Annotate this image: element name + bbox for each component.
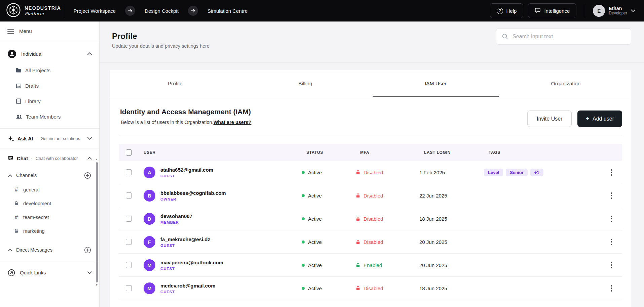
tags-cell: LevelSenior+1 xyxy=(484,169,585,176)
kebab-menu[interactable] xyxy=(609,190,614,201)
invite-user-button[interactable]: Invite User xyxy=(527,111,572,127)
sidebar-item[interactable]: All Projects xyxy=(0,62,99,78)
ask-ai-subtitle: Get instant solutions xyxy=(40,136,80,141)
help-button[interactable]: ? Help xyxy=(490,3,524,18)
sidebar-item[interactable]: Team Members xyxy=(0,109,99,124)
tag-pill: Senior xyxy=(506,169,527,176)
status-dot xyxy=(302,264,305,267)
chat-icon xyxy=(7,155,14,162)
what-are-users-link[interactable]: What are users? xyxy=(214,120,252,125)
status-dot xyxy=(302,171,305,174)
tab[interactable]: Organization xyxy=(501,70,631,97)
column-header-status: STATUS xyxy=(302,150,355,155)
user-role-badge: OWNER xyxy=(160,197,226,201)
kebab-menu[interactable] xyxy=(609,283,614,294)
row-checkbox[interactable] xyxy=(126,169,132,175)
chevron-down-icon xyxy=(87,137,92,140)
intelligence-button[interactable]: Intelligence xyxy=(528,3,576,18)
add-dm-icon[interactable] xyxy=(84,247,91,254)
mfa-text: Disabled xyxy=(364,193,383,199)
sidebar-chat[interactable]: Chat - Chat with collaborator xyxy=(0,148,99,168)
user-cell: A atalha652@gmail.com GUEST xyxy=(139,167,302,178)
table-row: D devsohan007 MEMBER Active xyxy=(119,207,622,230)
select-all-checkbox[interactable] xyxy=(126,149,132,156)
hash-icon: # xyxy=(13,187,19,193)
kebab-menu[interactable] xyxy=(609,214,614,224)
arrow-right-icon xyxy=(128,9,132,13)
user-email: devsohan007 xyxy=(160,213,192,219)
status-cell: Active xyxy=(302,239,355,245)
tab[interactable]: Billing xyxy=(240,70,370,97)
top-nav-label[interactable]: Project Workspace xyxy=(72,8,118,14)
direct-messages-header[interactable]: Direct Messages xyxy=(0,243,99,257)
channels-header[interactable]: Channels xyxy=(0,168,99,183)
top-nav-label[interactable]: Design Cockpit xyxy=(143,8,181,14)
tag-pill: Level xyxy=(484,169,503,176)
channel-item[interactable]: # marketing xyxy=(0,224,99,238)
table-header-row: USER STATUS MFA LAST LOGIN TAGS xyxy=(119,144,622,161)
scroll-up-arrow[interactable]: ▲ xyxy=(96,158,98,161)
scrollbar-thumb[interactable] xyxy=(96,162,98,282)
tab[interactable]: Profile xyxy=(110,70,240,97)
brand[interactable]: NEODUSTRIA Platform xyxy=(6,3,61,19)
status-text: Active xyxy=(308,286,322,291)
row-checkbox[interactable] xyxy=(126,262,132,268)
row-checkbox[interactable] xyxy=(126,216,132,222)
sidebar-scrollbar[interactable]: ▲ ▼ xyxy=(95,158,99,287)
sidebar-item-label: Drafts xyxy=(25,83,39,89)
table-row: F fa_mekrache@esi.dz GUEST Active xyxy=(119,230,622,254)
status-cell: Active xyxy=(302,193,355,199)
last-login-cell: 20 Jun 2025 xyxy=(419,239,484,245)
menu-toggle[interactable]: Menu xyxy=(0,21,99,41)
row-checkbox[interactable] xyxy=(126,192,132,199)
sidebar-item[interactable]: Drafts xyxy=(0,78,99,93)
sidebar-item[interactable]: Library xyxy=(0,93,99,109)
lock-open-icon xyxy=(355,263,361,268)
tag-pill: +1 xyxy=(530,169,543,176)
team-members-icon xyxy=(15,114,23,120)
add-channel-icon[interactable] xyxy=(84,172,91,179)
lock-icon xyxy=(13,228,19,233)
folder-icon xyxy=(15,67,22,74)
chat-label: Chat xyxy=(17,156,28,161)
status-text: Active xyxy=(308,216,322,222)
sidebar-item-label: Library xyxy=(25,98,41,104)
individual-items: All Projects Drafts Library xyxy=(0,62,99,124)
top-nav-label[interactable]: Simulation Centre xyxy=(205,8,250,14)
user-menu[interactable]: E Ethan Developer xyxy=(592,5,635,17)
channels-label: Channels xyxy=(16,173,37,178)
profile-card: Profile Billing IAM User Organization Id… xyxy=(110,70,631,307)
menu-label: Menu xyxy=(19,28,32,34)
mfa-cell: Disabled xyxy=(355,193,419,199)
add-user-button[interactable]: + Add user xyxy=(577,111,622,127)
quick-links[interactable]: Quick Links xyxy=(0,263,99,282)
last-login-cell: 1 Feb 2025 xyxy=(419,170,484,175)
collapse-caret-icon xyxy=(8,174,12,177)
row-checkbox[interactable] xyxy=(126,239,132,245)
avatar: F xyxy=(144,236,155,248)
nav-arrow-button[interactable] xyxy=(125,6,135,16)
channel-item[interactable]: # team-secret xyxy=(0,210,99,224)
tab-label: Profile xyxy=(168,81,183,86)
sparkle-icon xyxy=(7,135,14,142)
mfa-text: Enabled xyxy=(364,262,382,268)
tab[interactable]: IAM User xyxy=(371,70,501,97)
quick-links-label: Quick Links xyxy=(20,270,46,275)
scroll-down-arrow[interactable]: ▼ xyxy=(96,283,98,287)
user-cell: F fa_mekrache@esi.dz GUEST xyxy=(139,236,302,248)
mfa-text: Disabled xyxy=(364,286,383,291)
kebab-menu[interactable] xyxy=(609,167,614,178)
mfa-text: Disabled xyxy=(364,216,383,222)
kebab-menu[interactable] xyxy=(609,260,614,270)
sidebar-section-individual[interactable]: Individual xyxy=(0,45,99,62)
nav-arrow-button[interactable] xyxy=(188,6,198,16)
search-box[interactable] xyxy=(496,28,631,45)
search-input[interactable] xyxy=(513,34,626,40)
arrow-right-icon xyxy=(191,9,195,13)
sidebar-ask-ai[interactable]: Ask AI - Get instant solutions xyxy=(0,129,99,148)
kebab-menu[interactable] xyxy=(609,237,614,247)
channel-item[interactable]: # general xyxy=(0,183,99,196)
ask-ai-label: Ask AI xyxy=(17,136,33,141)
row-checkbox[interactable] xyxy=(126,285,132,291)
channel-item[interactable]: # development xyxy=(0,196,99,210)
